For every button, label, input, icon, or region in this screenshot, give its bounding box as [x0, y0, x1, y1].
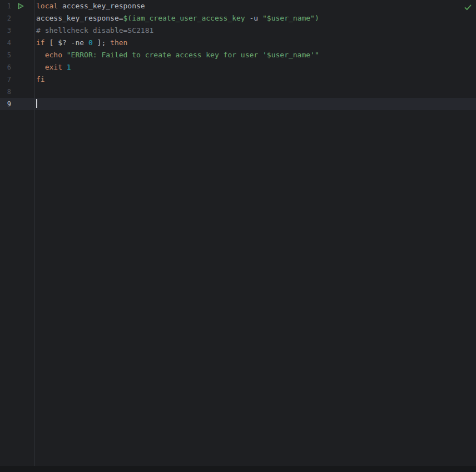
gutter[interactable]: 7 — [0, 73, 34, 86]
line-number[interactable]: 2 — [0, 12, 11, 24]
code-line-text[interactable]: echo "ERROR: Failed to create access key… — [34, 49, 319, 61]
code-line-2[interactable]: 2access_key_response=$(iam_create_user_a… — [0, 12, 476, 24]
code-line-6[interactable]: 6 exit 1 — [0, 61, 476, 73]
gutter-icon-slot — [17, 39, 24, 47]
code-line-text[interactable]: fi — [34, 73, 45, 86]
gutter[interactable]: 6 — [0, 61, 34, 73]
gutter-icon-slot — [17, 14, 24, 22]
token-keyword: local — [36, 2, 58, 10]
gutter-icon-slot — [17, 100, 24, 108]
editor-bottom-edge — [0, 466, 476, 472]
line-number[interactable]: 5 — [0, 49, 11, 61]
line-number[interactable]: 7 — [0, 73, 11, 86]
code-line-text[interactable]: # shellcheck disable=SC2181 — [34, 24, 153, 37]
gutter-icon-slot — [17, 63, 24, 71]
checkmark-icon — [464, 4, 472, 11]
gutter-separator — [34, 0, 35, 466]
code-line-4[interactable]: 4if [ $? -ne 0 ]; then — [0, 37, 476, 49]
gutter[interactable]: 3 — [0, 24, 34, 37]
token-plain — [62, 63, 67, 71]
token-plain: [ $? -ne — [45, 38, 88, 47]
text-caret — [36, 99, 37, 108]
token-command: ) — [315, 14, 319, 22]
token-number: 1 — [67, 63, 71, 71]
token-command: $(iam_create_user_access_key — [123, 14, 245, 22]
code-line-8[interactable]: 8 — [0, 86, 476, 98]
code-line-5[interactable]: 5 echo "ERROR: Failed to create access k… — [0, 49, 476, 61]
gutter[interactable]: 9 — [0, 98, 34, 110]
line-number[interactable]: 3 — [0, 24, 11, 37]
code-line-3[interactable]: 3# shellcheck disable=SC2181 — [0, 24, 476, 37]
token-keyword: then — [110, 38, 127, 47]
code-line-text[interactable]: access_key_response=$(iam_create_user_ac… — [34, 12, 319, 24]
token-keyword: exit — [45, 63, 62, 71]
token-keyword: echo — [45, 51, 62, 59]
code-editor[interactable]: 1local access_key_response2access_key_re… — [0, 0, 476, 472]
run-gutter-icon[interactable] — [17, 2, 24, 10]
token-number: 0 — [88, 38, 93, 47]
gutter-icon-slot — [17, 51, 24, 59]
token-plain — [62, 51, 67, 59]
line-number[interactable]: 9 — [0, 98, 11, 110]
token-plain: access_key_response — [58, 2, 145, 10]
line-number[interactable]: 6 — [0, 61, 11, 73]
code-line-text[interactable]: if [ $? -ne 0 ]; then — [34, 37, 127, 49]
gutter[interactable]: 5 — [0, 49, 34, 61]
inspections-ok-icon[interactable] — [463, 3, 472, 12]
gutter-icon-slot — [17, 76, 24, 83]
gutter[interactable]: 4 — [0, 37, 34, 49]
code-line-text[interactable]: exit 1 — [34, 61, 71, 73]
line-number[interactable]: 1 — [0, 0, 11, 12]
gutter-icon-slot — [17, 27, 24, 35]
code-lines-container: 1local access_key_response2access_key_re… — [0, 0, 476, 110]
token-keyword: if — [36, 38, 45, 47]
token-plain — [36, 51, 45, 59]
gutter[interactable]: 1 — [0, 0, 34, 12]
line-number[interactable]: 8 — [0, 86, 11, 98]
code-line-7[interactable]: 7fi — [0, 73, 476, 86]
gutter[interactable]: 8 — [0, 86, 34, 98]
token-string: "ERROR: Failed to create access key for … — [67, 51, 319, 59]
token-string: "$user_name" — [262, 14, 315, 22]
token-plain: ]; — [93, 38, 110, 47]
token-comment: # shellcheck disable=SC2181 — [36, 26, 153, 35]
code-line-1[interactable]: 1local access_key_response — [0, 0, 476, 12]
gutter[interactable]: 2 — [0, 12, 34, 24]
line-number[interactable]: 4 — [0, 37, 11, 49]
code-line-text[interactable]: local access_key_response — [34, 0, 145, 12]
token-plain: -u — [245, 14, 262, 22]
gutter-icon-slot — [17, 88, 24, 96]
token-plain — [36, 63, 45, 71]
token-keyword: fi — [36, 75, 45, 83]
token-plain: access_key_response= — [36, 14, 123, 22]
code-line-9[interactable]: 9 — [0, 98, 476, 110]
